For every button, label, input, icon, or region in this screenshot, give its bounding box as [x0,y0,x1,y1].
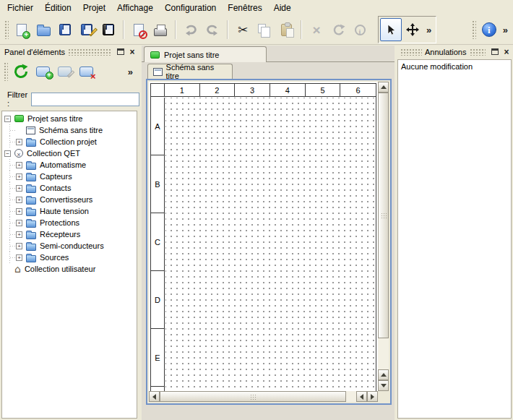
expand-expander-icon[interactable] [16,231,22,238]
expand-expander-icon[interactable] [16,197,22,203]
save-all-button[interactable] [98,18,119,41]
tab-schema-sans-titre[interactable]: Schéma sans titre [147,64,233,79]
menu-edition[interactable]: Édition [39,1,77,14]
undo-dock-titlebar[interactable]: Annulations [396,46,513,58]
dock-handle[interactable] [400,48,422,56]
tree-indent [4,240,16,252]
tree-item-projet-sans-titre[interactable]: Projet sans titre [2,113,137,124]
tree-item-capteurs[interactable]: Capteurs [2,171,137,182]
info-button[interactable] [349,18,371,41]
paste-button[interactable] [275,18,297,41]
tab-projet-sans-titre[interactable]: Projet sans titre [144,46,267,62]
dock-close-button[interactable] [127,47,137,56]
tree-item-sources[interactable]: Sources [2,252,137,263]
horizontal-scrollbar[interactable] [149,391,378,402]
undo-history-list[interactable]: Aucune modification [397,59,512,419]
tree-item-convertisseurs[interactable]: Convertisseurs [2,194,137,205]
vertical-scroll-thumb[interactable] [378,93,389,338]
dock-float-button[interactable] [490,47,500,56]
tree-item-collection-projet[interactable]: Collection projet [2,136,137,147]
toolbar-overflow-chevron[interactable]: » [500,25,511,35]
grid-canvas[interactable] [165,98,376,391]
dock-handle[interactable] [470,48,486,56]
tree-indent [4,217,16,228]
horizontal-scroll-thumb[interactable] [160,391,346,402]
dock-float-button[interactable] [116,47,126,56]
toolbar-separator [123,20,124,39]
scroll-right-button[interactable] [367,391,378,402]
tree-item-recepteurs[interactable]: Récepteurs [2,228,137,240]
select-mode-button[interactable] [380,18,402,41]
redo-button[interactable] [202,18,223,41]
menu-fichier[interactable]: Fichier [1,1,39,14]
tree-item-label: Convertisseurs [40,195,92,204]
dock-handle[interactable] [68,48,111,56]
scroll-left-button[interactable] [149,391,160,402]
elements-panel-titlebar[interactable]: Panel d'éléments [0,46,139,58]
pan-mode-button[interactable] [402,18,423,41]
tree-item-label: Capteurs [40,172,72,181]
toolbar-grip[interactable] [4,20,9,39]
copy-button[interactable] [254,18,275,41]
toolbar-grip[interactable] [472,20,476,39]
reload-collections-button[interactable] [10,60,32,83]
tree-item-semi-conducteurs[interactable]: Semi-conducteurs [2,240,137,252]
dock-close-button[interactable] [501,47,512,56]
diagram-sheet[interactable]: 1 2 3 4 5 6 A B C D E [150,83,376,391]
expand-expander-icon[interactable] [16,173,22,180]
expand-expander-icon[interactable] [16,139,22,145]
tree-item-collection-qet[interactable]: Collection QET [2,147,137,159]
tree-item-protections[interactable]: Protections [2,217,137,228]
scroll-left-button-alt[interactable] [356,391,367,402]
menu-aide[interactable]: Aide [268,1,297,14]
project-tab-label: Projet sans titre [164,51,219,59]
vertical-scrollbar[interactable] [378,82,389,391]
x-badge-icon [90,72,96,81]
tree-item-label: Collection projet [40,137,97,146]
cut-button[interactable] [232,18,254,41]
diagram-viewport[interactable]: 1 2 3 4 5 6 A B C D E [149,82,378,391]
no-sign-icon [139,30,147,39]
about-button[interactable] [478,18,500,41]
tree-item-contacts[interactable]: Contacts [2,182,137,194]
tree-item-haute-tension[interactable]: Haute tension [2,205,137,217]
print-button[interactable] [150,18,171,41]
expand-expander-icon[interactable] [16,243,22,249]
filter-input[interactable] [31,93,139,106]
menu-configuration[interactable]: Configuration [159,1,222,14]
expand-expander-icon[interactable] [16,208,22,215]
delete-icon [312,23,320,37]
folder-icon [26,220,36,228]
delete-button[interactable] [306,18,327,41]
toolbar-grip[interactable] [4,62,8,81]
menu-affichage[interactable]: Affichage [111,1,159,14]
scroll-down-button[interactable] [378,380,389,391]
toolbar-overflow-chevron[interactable]: » [423,25,434,35]
collapse-expander-icon[interactable] [4,116,11,122]
menu-fenetres[interactable]: Fenêtres [222,1,267,14]
float-icon [117,48,124,55]
expand-expander-icon[interactable] [16,185,22,192]
save-button[interactable] [54,18,76,41]
expand-expander-icon[interactable] [16,254,22,261]
new-project-button[interactable] [11,18,33,41]
tree-item-automatisme[interactable]: Automatisme [2,159,137,171]
collapse-expander-icon[interactable] [4,150,11,157]
rotate-button[interactable] [327,18,349,41]
menu-projet[interactable]: Projet [77,1,111,14]
edit-element-button[interactable] [53,60,75,83]
save-as-button[interactable] [76,18,98,41]
scroll-up-button-alt[interactable] [378,369,389,380]
new-element-button[interactable] [32,60,53,83]
scroll-up-button[interactable] [378,82,389,93]
tree-item-schema-sans-titre[interactable]: Schéma sans titre [2,124,137,136]
delete-element-button[interactable] [75,60,97,83]
expand-expander-icon[interactable] [16,220,22,226]
close-project-button[interactable] [128,18,150,41]
open-project-button[interactable] [33,18,54,41]
toolbar-overflow-chevron[interactable]: » [125,67,136,77]
undo-button[interactable] [180,18,202,41]
expand-expander-icon[interactable] [16,162,22,168]
main-toolbar: » » [0,15,513,45]
tree-item-collection-utilisateur[interactable]: Collection utilisateur [2,263,137,275]
